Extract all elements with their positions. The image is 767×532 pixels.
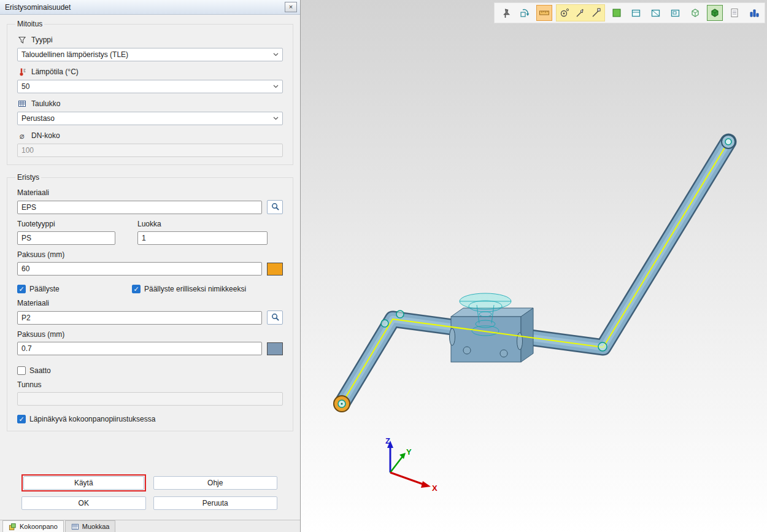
tab-label: Kokoonpano [20, 523, 58, 530]
material-search-button[interactable] [267, 200, 283, 214]
tyyppi-select[interactable]: Taloudellinen lämpöeristys (TLE) [17, 48, 283, 61]
snap-node-icon[interactable] [557, 5, 572, 21]
report-icon[interactable] [727, 5, 742, 21]
taulukko-label: Taulukko [31, 99, 60, 108]
tunnus-input [17, 392, 283, 406]
y-axis-label: Y [406, 447, 412, 457]
measure-icon[interactable] [536, 5, 552, 21]
mitoitus-legend: Mitoitus [15, 20, 44, 28]
lapinakyva-label: Läpinäkyvä kokoonpanopiirustuksessa [29, 415, 155, 423]
saatto-checkbox[interactable] [17, 366, 26, 375]
analysis-icon[interactable] [746, 5, 762, 21]
scene-svg[interactable]: Z Y X [301, 0, 767, 532]
dialog-title: Eristysominaisuudet [5, 3, 285, 12]
x-axis-label: X [432, 484, 437, 493]
paallyste-materiaali-input[interactable] [17, 311, 262, 325]
clip-plane-2-icon[interactable] [648, 5, 664, 21]
tyyppi-label: Tyyppi [31, 36, 53, 44]
paallyste-checkbox[interactable] [17, 285, 26, 293]
edit-grid-icon [71, 523, 79, 531]
bottom-tabbar: Kokoonpano Muokkaa [0, 520, 300, 532]
thermometer-icon [17, 67, 27, 77]
tyyppi-label-row: Tyyppi [17, 35, 283, 45]
pipe-end-cap-top[interactable] [722, 135, 735, 148]
close-button[interactable]: × [285, 2, 297, 12]
mitoitus-group: Mitoitus Tyyppi Taloudellinen lämpöerist… [7, 20, 293, 165]
taulukko-select[interactable]: Perustaso [17, 112, 283, 125]
tab-label: Muokkaa [82, 523, 110, 530]
search-icon [271, 202, 280, 213]
clip-plane-3-icon[interactable] [668, 5, 684, 21]
lapinakyva-checkbox-item[interactable]: Läpinäkyvä kokoonpanopiirustuksessa [17, 415, 155, 423]
taulukko-label-row: Taulukko [17, 99, 283, 109]
table-icon [17, 99, 27, 109]
dn-label-row: ⌀ DN-koko [17, 131, 283, 141]
paallyste-label: Päällyste [29, 285, 60, 293]
search-icon [271, 312, 280, 323]
paksuus-input[interactable] [17, 262, 262, 276]
paallyste-checkbox-item[interactable]: Päällyste [17, 285, 132, 293]
pipe-centerline [342, 142, 728, 404]
z-axis-label: Z [385, 436, 390, 445]
insulation-properties-dialog: Eristysominaisuudet × Mitoitus Tyyppi Ta… [0, 0, 301, 532]
chevron-down-icon [271, 85, 280, 88]
lampotila-label-row: Lämpötila (°C) [17, 67, 283, 77]
diameter-icon: ⌀ [17, 131, 27, 141]
materiaali-input[interactable] [17, 201, 262, 214]
lampotila-select[interactable]: 50 [17, 80, 283, 93]
coordinate-axes: Z Y X [385, 436, 437, 493]
paallyste-erilliseksi-checkbox-item[interactable]: Päällyste erilliseksi nimikkeeksi [132, 285, 246, 293]
apply-highlight-box: Käytä [21, 474, 146, 492]
snap-angle-icon[interactable] [588, 5, 604, 21]
iso-box-icon[interactable] [687, 5, 703, 21]
luokka-input[interactable] [137, 231, 268, 245]
chevron-down-icon [271, 117, 280, 120]
paallyste-erilliseksi-checkbox[interactable] [132, 285, 141, 293]
cancel-button[interactable]: Peruuta [153, 496, 278, 510]
coating-search-button[interactable] [267, 310, 283, 325]
application-window: Eristysominaisuudet × Mitoitus Tyyppi Ta… [0, 0, 767, 532]
lapinakyva-checkbox[interactable] [17, 415, 26, 423]
eristys-legend: Eristys [15, 173, 41, 182]
apply-button[interactable]: Käytä [23, 476, 144, 490]
eristys-group: Eristys Materiaali Tuotetyyppi [7, 173, 293, 431]
dn-label: DN-koko [31, 131, 60, 140]
lampotila-label: Lämpötila (°C) [31, 67, 79, 76]
coating-color-swatch[interactable] [267, 342, 283, 355]
paallyste-materiaali-label: Materiaali [17, 299, 283, 307]
snap-group [556, 4, 605, 21]
materiaali-label: Materiaali [17, 188, 283, 197]
tab-kokoonpano[interactable]: Kokoonpano [2, 520, 64, 532]
dialog-body: Mitoitus Tyyppi Taloudellinen lämpöerist… [0, 15, 300, 520]
paallyste-paksuus-label: Paksuus (mm) [17, 330, 283, 339]
filter-icon [17, 35, 27, 45]
paksuus-label: Paksuus (mm) [17, 250, 283, 259]
saatto-label: Saatto [29, 366, 51, 375]
close-icon: × [289, 4, 293, 10]
paallyste-paksuus-input[interactable] [17, 342, 262, 355]
pipe-run[interactable] [342, 142, 728, 404]
dialog-titlebar[interactable]: Eristysominaisuudet × [0, 0, 300, 15]
clip-plane-1-icon[interactable] [628, 5, 644, 21]
shaded-cube-icon[interactable] [609, 5, 625, 21]
tyyppi-value: Taloudellinen lämpöeristys (TLE) [21, 50, 271, 59]
tuotetyyppi-label: Tuotetyyppi [17, 220, 115, 228]
pipe-end-cap-orange[interactable] [334, 396, 350, 412]
pin-icon[interactable] [497, 5, 513, 21]
insulation-color-swatch[interactable] [267, 263, 283, 276]
tunnus-label: Tunnus [17, 380, 283, 389]
chevron-down-icon [271, 53, 280, 56]
orbit-icon[interactable] [517, 5, 533, 21]
dn-input [17, 144, 283, 157]
snap-line-icon[interactable] [572, 5, 588, 21]
3d-viewport[interactable]: Z Y X [301, 0, 767, 532]
taulukko-value: Perustaso [21, 114, 271, 123]
help-button[interactable]: Ohje [153, 476, 278, 490]
tab-muokkaa[interactable]: Muokkaa [65, 520, 116, 532]
lampotila-value: 50 [21, 82, 271, 91]
saatto-checkbox-item[interactable]: Saatto [17, 366, 51, 375]
ok-button[interactable]: OK [21, 496, 146, 510]
active-render-icon[interactable] [707, 5, 723, 21]
luokka-label: Luokka [137, 220, 268, 228]
tuotetyyppi-input[interactable] [17, 231, 115, 245]
